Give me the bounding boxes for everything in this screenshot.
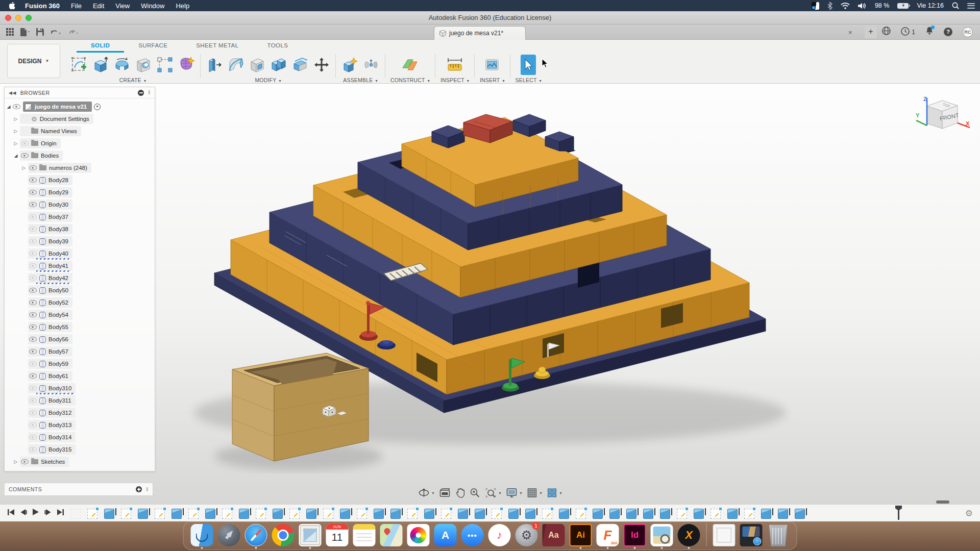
insert-canvas-icon[interactable]: [484, 55, 500, 75]
menu-lines-icon[interactable]: [967, 2, 975, 10]
timeline-feature-extrude[interactable]: [273, 509, 283, 519]
visibility-eye-icon[interactable]: [29, 386, 37, 391]
browser-row[interactable]: ▷numeros (248): [5, 162, 155, 174]
app-grid-icon[interactable]: [6, 28, 14, 36]
visibility-eye-icon[interactable]: [29, 447, 37, 452]
menu-window[interactable]: Window: [141, 2, 164, 10]
browser-row[interactable]: ▷Named Views: [5, 125, 155, 137]
visibility-eye-icon[interactable]: [29, 227, 37, 232]
visibility-eye-icon[interactable]: [29, 361, 37, 366]
dock-icon-minimized[interactable]: [740, 524, 763, 546]
visibility-eye-icon[interactable]: [29, 337, 37, 342]
timeline-feature-ghost[interactable]: [70, 509, 81, 519]
visibility-eye-icon[interactable]: [29, 165, 37, 170]
step-back-icon[interactable]: [20, 509, 27, 518]
timeline-feature-sketch[interactable]: [492, 509, 502, 519]
tab-surface[interactable]: SURFACE: [124, 41, 182, 53]
offset-face-icon[interactable]: [291, 55, 309, 75]
timeline-feature-extrude[interactable]: [694, 509, 704, 519]
visibility-eye-icon[interactable]: [29, 410, 37, 415]
browser-row[interactable]: Body56: [5, 333, 155, 345]
dock-icon-mail[interactable]: [299, 524, 322, 546]
timeline-feature-extrude[interactable]: [778, 509, 788, 519]
timeline-feature-extrude[interactable]: [306, 509, 316, 519]
wooden-box[interactable]: [232, 353, 369, 461]
skip-to-start-icon[interactable]: [7, 509, 15, 518]
viewports-icon[interactable]: ▾: [547, 488, 562, 498]
dock-icon-appstore[interactable]: A: [434, 524, 457, 546]
timeline-feature-extrude[interactable]: [660, 509, 670, 519]
timeline-feature-sketch[interactable]: [357, 509, 367, 519]
browser-row[interactable]: Body42: [5, 272, 155, 284]
browser-row[interactable]: Body38: [5, 223, 155, 235]
visibility-eye-icon[interactable]: [29, 202, 37, 207]
visibility-eye-icon[interactable]: [29, 422, 37, 428]
shell-icon[interactable]: [249, 55, 266, 75]
browser-row[interactable]: Body57: [5, 345, 155, 358]
rectangular-pattern-icon[interactable]: [156, 55, 174, 75]
menu-file[interactable]: File: [71, 2, 82, 10]
visibility-eye-icon[interactable]: [21, 153, 29, 158]
create-sketch-icon[interactable]: [70, 55, 88, 75]
document-tab[interactable]: juego de mesa v21*: [434, 26, 526, 40]
status-app-icon[interactable]: [812, 2, 819, 10]
visibility-eye-icon[interactable]: [29, 190, 37, 195]
browser-row[interactable]: Body41: [5, 260, 155, 272]
timeline-feature-extrude[interactable]: [508, 509, 519, 519]
browser-row[interactable]: Body61: [5, 370, 155, 382]
timeline-feature-extrude[interactable]: [559, 509, 569, 519]
visibility-eye-icon[interactable]: [29, 324, 37, 330]
dock-icon-prefs[interactable]: ⚙1: [516, 524, 538, 546]
undo-icon[interactable]: [50, 29, 61, 36]
menu-help[interactable]: Help: [176, 2, 189, 10]
timeline-feature-sketch[interactable]: [744, 509, 754, 519]
dock-icon-dictionary[interactable]: Aa: [543, 524, 565, 546]
timeline-feature-sketch[interactable]: [542, 509, 552, 519]
group-label-insert[interactable]: INSERT ▾: [480, 77, 505, 83]
visibility-eye-icon[interactable]: [29, 373, 37, 379]
group-label-inspect[interactable]: INSPECT ▾: [440, 77, 469, 83]
timeline-feature-extrude[interactable]: [205, 509, 215, 519]
group-label-create[interactable]: CREATE ▾: [119, 77, 146, 83]
browser-row[interactable]: Body314: [5, 431, 155, 443]
hole-icon[interactable]: [135, 55, 152, 75]
timeline-feature-extrude[interactable]: [795, 509, 805, 519]
timeline-feature-extrude[interactable]: [643, 509, 653, 519]
panel-grip-icon[interactable]: ‖: [146, 487, 149, 492]
step-forward-icon[interactable]: [44, 509, 52, 518]
browser-row[interactable]: Body310: [5, 382, 155, 394]
timeline-feature-extrude[interactable]: [761, 509, 771, 519]
timeline-feature-extrude[interactable]: [727, 509, 738, 519]
dock-icon-maps[interactable]: [380, 524, 403, 546]
group-label-construct[interactable]: CONSTRUCT ▾: [390, 77, 430, 83]
new-tab-button[interactable]: +: [865, 26, 877, 38]
extrude-icon[interactable]: [92, 55, 109, 75]
activate-component-radio[interactable]: [94, 104, 101, 110]
dock-icon-notes[interactable]: [353, 524, 376, 546]
browser-row[interactable]: ▷⚙Document Settings: [5, 113, 155, 125]
timeline-feature-sketch[interactable]: [155, 509, 165, 519]
browser-row[interactable]: Body28: [5, 174, 155, 186]
timeline-feature-extrude[interactable]: [475, 509, 485, 519]
new-component-icon[interactable]: [341, 55, 358, 75]
browser-row[interactable]: Body37: [5, 211, 155, 223]
volume-icon[interactable]: [858, 2, 867, 10]
dock-icon-calendar[interactable]: JUN11: [326, 524, 349, 546]
workspace-selector[interactable]: DESIGN▼: [7, 44, 60, 78]
menu-clock[interactable]: Vie 12:16: [917, 2, 944, 9]
user-avatar[interactable]: RC: [963, 27, 973, 37]
look-at-icon[interactable]: [439, 488, 450, 497]
timeline-scrollbar[interactable]: [936, 500, 949, 504]
expand-triangle-icon[interactable]: ▷: [12, 141, 20, 146]
timeline-feature-sketch[interactable]: [87, 509, 97, 519]
browser-row[interactable]: Body312: [5, 407, 155, 419]
save-icon[interactable]: [36, 28, 44, 36]
expand-triangle-icon[interactable]: ▷: [12, 116, 20, 121]
timeline-feature-extrude[interactable]: [340, 509, 350, 519]
measure-icon[interactable]: [447, 55, 462, 75]
play-icon[interactable]: [32, 508, 39, 518]
timeline-feature-extrude[interactable]: [609, 509, 620, 519]
visibility-eye-icon[interactable]: [29, 312, 37, 317]
browser-row[interactable]: Body50: [5, 284, 155, 296]
close-tab-icon[interactable]: ×: [848, 29, 852, 36]
